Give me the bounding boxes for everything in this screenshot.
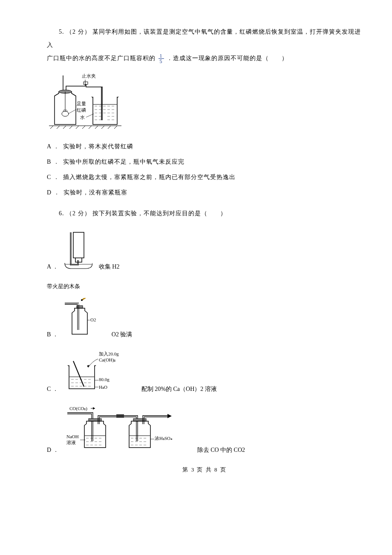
caoh-top-label: 加入20.0g bbox=[99, 351, 119, 356]
option-text: O2 验满 bbox=[112, 331, 133, 338]
option-label: A ． bbox=[47, 263, 58, 271]
caoh2-solution-diagram: 加入20.0g Ca(OH)₂ 80.0g H₂O bbox=[63, 350, 135, 393]
svg-line-6 bbox=[68, 110, 76, 114]
remove-co2-diagram: CO(CO₂) bbox=[63, 405, 191, 454]
option-label: B ． bbox=[47, 331, 58, 338]
q6-option-a: A ． 收集 H2 bbox=[47, 228, 362, 271]
naoh-label2: 溶液 bbox=[66, 440, 76, 445]
option-label: D ． bbox=[47, 189, 60, 197]
svg-line-46 bbox=[82, 298, 95, 300]
glowing-splint-label: 带火星的木条 bbox=[47, 283, 362, 290]
svg-line-43 bbox=[108, 126, 111, 129]
q6-text: 按下列装置实验，不能达到对应目的是（ ） bbox=[92, 210, 227, 217]
clamp-label: 止水夹 bbox=[82, 73, 96, 78]
q5-option-b: B ． 实验中所取的红磷不足，瓶中氧气未反应完 bbox=[47, 158, 362, 166]
q5-number: 5. bbox=[59, 29, 64, 35]
svg-rect-2 bbox=[84, 82, 88, 84]
q5-line2: 广口瓶中的水的高度不足广口瓶容积的 1 5 ．造成这一现象的原因不可能的是（ ） bbox=[47, 52, 362, 65]
q5-option-d: D ． 实验时，没有塞紧瓶塞 bbox=[47, 189, 362, 197]
option-text: 除去 CO 中的 CO2 bbox=[197, 446, 245, 454]
svg-line-39 bbox=[82, 126, 85, 129]
option-text: 插入燃烧匙太慢，塞紧瓶塞之前，瓶内已有部分空气受热逸出 bbox=[63, 173, 236, 181]
option-text: 收集 H2 bbox=[99, 263, 120, 271]
svg-point-47 bbox=[81, 299, 83, 301]
svg-marker-105 bbox=[167, 414, 172, 418]
question-6: 6. （2 分） 按下列装置实验，不能达到对应目的是（ ） bbox=[47, 207, 362, 220]
fraction-den: 5 bbox=[159, 59, 164, 64]
option-text: 实验时，没有塞紧瓶塞 bbox=[63, 189, 127, 197]
svg-line-34 bbox=[50, 126, 53, 129]
option-text: 实验中所取的红磷不足，瓶中氧气未反应完 bbox=[63, 158, 184, 166]
svg-line-55 bbox=[73, 361, 84, 387]
option-label: C ． bbox=[47, 173, 60, 181]
q5-options: A ． 实验时，将木炭代替红磷 B ． 实验中所取的红磷不足，瓶中氧气未反应完 … bbox=[47, 143, 362, 197]
phosphorus-label1: 足量 bbox=[77, 101, 86, 106]
fraction-1-5: 1 5 bbox=[159, 53, 164, 64]
h2-collection-diagram bbox=[63, 228, 92, 271]
option-label: C ． bbox=[47, 385, 58, 393]
q6-points: （2 分） bbox=[66, 210, 91, 217]
option-text: 配制 20%的 Ca（OH）2 溶液 bbox=[141, 385, 217, 393]
o2-full-check-diagram: O2 bbox=[63, 298, 105, 338]
q5-option-a: A ． 实验时，将木炭代替红磷 bbox=[47, 143, 362, 150]
phosphorus-label2: 红磷 bbox=[77, 107, 86, 113]
svg-line-36 bbox=[63, 126, 66, 129]
svg-rect-7 bbox=[93, 104, 117, 124]
option-label: B ． bbox=[47, 158, 60, 166]
page-footer: 第 3 页 共 8 页 bbox=[47, 466, 362, 474]
naoh-label1: NaOH bbox=[66, 434, 79, 439]
q5-option-c: C ． 插入燃烧匙太慢，塞紧瓶塞之前，瓶内已有部分空气受热逸出 bbox=[47, 173, 362, 181]
h2o-mass-label: 80.0g bbox=[99, 377, 110, 382]
svg-line-35 bbox=[57, 126, 60, 129]
option-label: D ． bbox=[47, 446, 59, 454]
svg-line-38 bbox=[76, 126, 79, 129]
q6-option-d: D ． CO(CO₂) bbox=[47, 405, 362, 454]
question-5: 5. （2 分） 某同学利用如图，该装置是测定空气中氧气的含量，红磷燃烧后恢复到… bbox=[47, 26, 362, 65]
q6-option-b: B ． O2 O2 验满 bbox=[47, 298, 362, 338]
q6-option-b-wrapper: 带火星的木条 B ． O2 O2 验满 bbox=[47, 283, 362, 338]
svg-line-42 bbox=[101, 126, 104, 129]
q6-number: 6. bbox=[59, 210, 64, 217]
h2o-label: H₂O bbox=[99, 384, 107, 390]
option-label: A ． bbox=[47, 143, 60, 150]
gas-in-label: CO(CO₂) bbox=[69, 406, 87, 411]
q5-line1: 5. （2 分） 某同学利用如图，该装置是测定空气中氧气的含量，红磷燃烧后恢复到… bbox=[47, 26, 362, 52]
h2so4-label: 浓H₂SO₄ bbox=[155, 436, 173, 441]
q6-option-c: C ． 加入20.0g Ca(OH)₂ 80.0g H₂O 配制 20%的 Ca bbox=[47, 350, 362, 393]
water-label: 水 bbox=[80, 115, 85, 120]
svg-line-41 bbox=[95, 126, 98, 129]
svg-point-5 bbox=[62, 111, 69, 116]
q6-stem: 6. （2 分） 按下列装置实验，不能达到对应目的是（ ） bbox=[47, 207, 362, 220]
q5-text2b: ．造成这一现象的原因不可能的是（ ） bbox=[167, 55, 288, 61]
svg-marker-75 bbox=[93, 407, 95, 410]
svg-rect-90 bbox=[116, 414, 124, 418]
q5-text1: 某同学利用如图，该装置是测定空气中氧气的含量，红磷燃烧后恢复到室温，打开弹簧夹发… bbox=[47, 29, 361, 48]
q5-text2a: 广口瓶中的水的高度不足广口瓶容积的 bbox=[47, 55, 156, 61]
svg-line-37 bbox=[69, 126, 72, 129]
option-text: 实验时，将木炭代替红磷 bbox=[63, 143, 133, 150]
svg-line-44 bbox=[114, 126, 117, 129]
q5-points: （2 分） bbox=[66, 29, 91, 35]
fraction-num: 1 bbox=[159, 53, 164, 59]
svg-line-40 bbox=[89, 126, 92, 129]
caoh-label: Ca(OH)₂ bbox=[99, 357, 115, 363]
o2-inner-label: O2 bbox=[90, 317, 96, 322]
q5-apparatus-diagram: 止水夹 足量 红磷 水 bbox=[47, 71, 124, 135]
